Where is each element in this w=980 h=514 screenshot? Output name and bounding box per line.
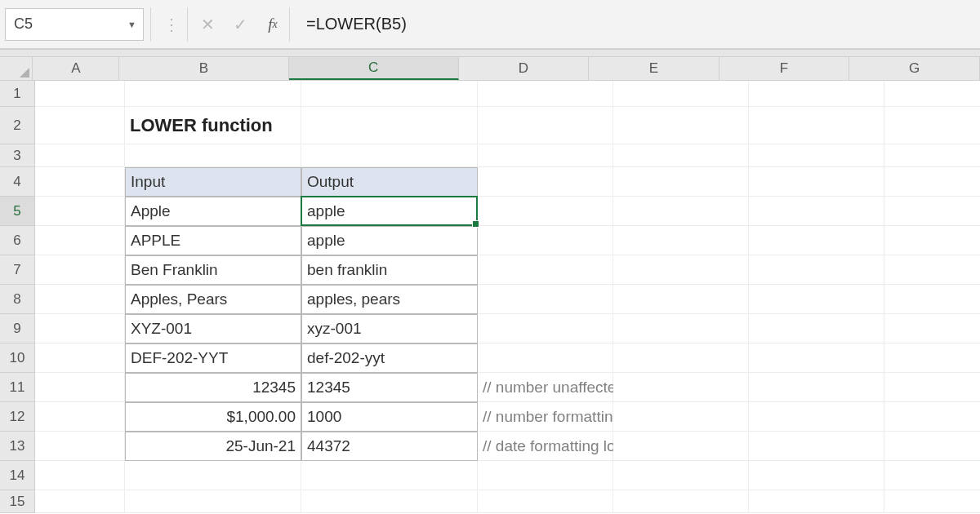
cell-E4[interactable] xyxy=(613,167,749,197)
cell-C2[interactable] xyxy=(301,107,478,144)
row-header-10[interactable]: 10 xyxy=(0,343,34,373)
cell-B8[interactable]: Apples, Pears xyxy=(125,285,301,314)
cell-B4[interactable]: Input xyxy=(125,167,301,197)
row-header-1[interactable]: 1 xyxy=(0,81,34,107)
cell-E7[interactable] xyxy=(613,255,749,285)
cell-E15[interactable] xyxy=(613,490,749,513)
cell-A14[interactable] xyxy=(35,461,125,490)
row-header-9[interactable]: 9 xyxy=(0,314,34,343)
cell-E3[interactable] xyxy=(613,144,749,167)
cell-F2[interactable] xyxy=(749,107,884,144)
column-header-B[interactable]: B xyxy=(119,57,289,80)
select-all-corner[interactable] xyxy=(0,57,33,80)
cell-D4[interactable] xyxy=(478,167,613,197)
cell-G10[interactable] xyxy=(884,343,980,373)
row-header-11[interactable]: 11 xyxy=(0,373,34,402)
row-header-3[interactable]: 3 xyxy=(0,144,34,167)
cell-E10[interactable] xyxy=(613,343,749,373)
cell-G3[interactable] xyxy=(884,144,980,167)
cell-G1[interactable] xyxy=(884,81,980,107)
cell-C3[interactable] xyxy=(301,144,478,167)
cell-C7[interactable]: ben franklin xyxy=(301,255,478,285)
row-header-8[interactable]: 8 xyxy=(0,285,34,314)
cell-A15[interactable] xyxy=(35,490,125,513)
cell-B6[interactable]: APPLE xyxy=(125,226,301,255)
cell-A4[interactable] xyxy=(35,167,125,197)
cell-A12[interactable] xyxy=(35,402,125,432)
chevron-down-icon[interactable]: ▼ xyxy=(127,20,143,29)
cell-F9[interactable] xyxy=(749,314,884,343)
cell-B15[interactable] xyxy=(125,490,301,513)
cell-D12[interactable]: // number formatting lost xyxy=(478,402,613,432)
cell-E6[interactable] xyxy=(613,226,749,255)
cell-F7[interactable] xyxy=(749,255,884,285)
fx-icon[interactable]: fx xyxy=(256,10,289,39)
cell-E8[interactable] xyxy=(613,285,749,314)
cell-F4[interactable] xyxy=(749,167,884,197)
row-header-4[interactable]: 4 xyxy=(0,167,34,197)
cell-G5[interactable] xyxy=(884,197,980,226)
cell-C5[interactable]: apple xyxy=(301,197,478,226)
column-header-C[interactable]: C xyxy=(289,57,459,80)
cell-F6[interactable] xyxy=(749,226,884,255)
cell-C13[interactable]: 44372 xyxy=(301,432,478,461)
cell-F10[interactable] xyxy=(749,343,884,373)
cell-A6[interactable] xyxy=(35,226,125,255)
name-box-input[interactable] xyxy=(6,16,112,33)
cell-B2[interactable]: LOWER function xyxy=(125,107,301,144)
cell-E12[interactable] xyxy=(613,402,749,432)
cell-G13[interactable] xyxy=(884,432,980,461)
cell-A11[interactable] xyxy=(35,373,125,402)
cell-D5[interactable] xyxy=(478,197,613,226)
cell-C9[interactable]: xyz-001 xyxy=(301,314,478,343)
column-header-F[interactable]: F xyxy=(719,57,850,80)
cell-E11[interactable] xyxy=(613,373,749,402)
cell-B5[interactable]: Apple xyxy=(125,197,301,226)
row-header-7[interactable]: 7 xyxy=(0,255,34,285)
cell-C12[interactable]: 1000 xyxy=(301,402,478,432)
cell-B1[interactable] xyxy=(125,81,301,107)
cell-B9[interactable]: XYZ-001 xyxy=(125,314,301,343)
more-icon[interactable]: ⋮ xyxy=(154,10,187,39)
cell-G2[interactable] xyxy=(884,107,980,144)
cell-A2[interactable] xyxy=(35,107,125,144)
cell-A9[interactable] xyxy=(35,314,125,343)
formula-input[interactable] xyxy=(293,0,980,48)
cell-A5[interactable] xyxy=(35,197,125,226)
cell-G7[interactable] xyxy=(884,255,980,285)
cell-F13[interactable] xyxy=(749,432,884,461)
row-header-2[interactable]: 2 xyxy=(0,107,34,144)
cells-area[interactable]: LOWER functionInputOutputAppleappleAPPLE… xyxy=(35,81,980,513)
cell-G14[interactable] xyxy=(884,461,980,490)
cell-F1[interactable] xyxy=(749,81,884,107)
cell-D14[interactable] xyxy=(478,461,613,490)
column-header-D[interactable]: D xyxy=(459,57,590,80)
name-box[interactable]: ▼ xyxy=(5,8,144,41)
cell-D3[interactable] xyxy=(478,144,613,167)
cell-B12[interactable]: $1,000.00 xyxy=(125,402,301,432)
cell-D10[interactable] xyxy=(478,343,613,373)
cell-B7[interactable]: Ben Franklin xyxy=(125,255,301,285)
cell-E9[interactable] xyxy=(613,314,749,343)
cell-G4[interactable] xyxy=(884,167,980,197)
cell-E13[interactable] xyxy=(613,432,749,461)
row-header-12[interactable]: 12 xyxy=(0,402,34,432)
cell-C1[interactable] xyxy=(301,81,478,107)
cell-C6[interactable]: apple xyxy=(301,226,478,255)
cell-C15[interactable] xyxy=(301,490,478,513)
cell-E1[interactable] xyxy=(613,81,749,107)
row-header-15[interactable]: 15 xyxy=(0,490,34,513)
column-header-G[interactable]: G xyxy=(849,57,980,80)
cell-G8[interactable] xyxy=(884,285,980,314)
cell-D11[interactable]: // number unaffected xyxy=(478,373,613,402)
cell-C4[interactable]: Output xyxy=(301,167,478,197)
cell-B3[interactable] xyxy=(125,144,301,167)
column-header-A[interactable]: A xyxy=(33,57,119,80)
row-header-5[interactable]: 5 xyxy=(0,197,34,226)
cell-D6[interactable] xyxy=(478,226,613,255)
row-header-6[interactable]: 6 xyxy=(0,226,34,255)
cell-C8[interactable]: apples, pears xyxy=(301,285,478,314)
cell-C10[interactable]: def-202-yyt xyxy=(301,343,478,373)
cell-G15[interactable] xyxy=(884,490,980,513)
cell-B11[interactable]: 12345 xyxy=(125,373,301,402)
